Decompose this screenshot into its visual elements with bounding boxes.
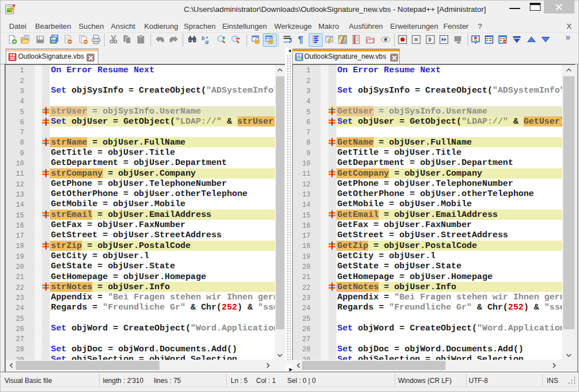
svg-text:1: 1 bbox=[475, 38, 477, 42]
svg-text:b: b bbox=[202, 34, 205, 41]
svg-text:¶: ¶ bbox=[298, 34, 303, 45]
